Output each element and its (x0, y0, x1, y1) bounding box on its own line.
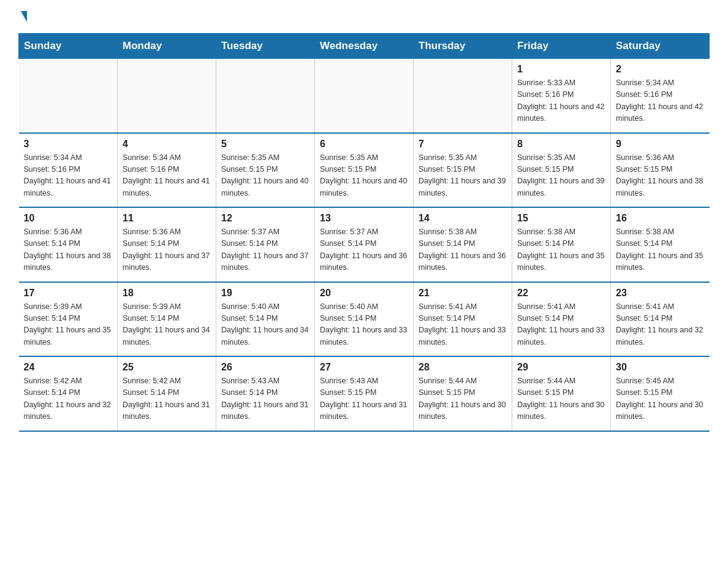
calendar-cell: 8Sunrise: 5:35 AMSunset: 5:15 PMDaylight… (512, 133, 611, 208)
calendar-cell: 4Sunrise: 5:34 AMSunset: 5:16 PMDaylight… (118, 133, 216, 208)
day-number: 11 (123, 213, 211, 224)
day-info: Sunrise: 5:35 AMSunset: 5:15 PMDaylight:… (221, 152, 309, 200)
calendar-week-row: 24Sunrise: 5:42 AMSunset: 5:14 PMDayligh… (19, 356, 710, 431)
calendar-cell: 10Sunrise: 5:36 AMSunset: 5:14 PMDayligh… (19, 207, 118, 282)
day-number: 6 (320, 139, 408, 150)
day-number: 9 (616, 139, 705, 150)
day-header-friday: Friday (512, 34, 611, 59)
calendar-cell: 15Sunrise: 5:38 AMSunset: 5:14 PMDayligh… (512, 207, 611, 282)
day-info: Sunrise: 5:38 AMSunset: 5:14 PMDaylight:… (517, 226, 605, 274)
day-number: 2 (616, 64, 705, 75)
day-info: Sunrise: 5:35 AMSunset: 5:15 PMDaylight:… (320, 152, 408, 200)
day-info: Sunrise: 5:39 AMSunset: 5:14 PMDaylight:… (24, 301, 113, 349)
calendar-week-row: 3Sunrise: 5:34 AMSunset: 5:16 PMDaylight… (19, 133, 710, 208)
day-info: Sunrise: 5:44 AMSunset: 5:15 PMDaylight:… (419, 375, 507, 423)
calendar-cell: 20Sunrise: 5:40 AMSunset: 5:14 PMDayligh… (315, 282, 414, 357)
day-info: Sunrise: 5:36 AMSunset: 5:15 PMDaylight:… (616, 152, 705, 200)
day-info: Sunrise: 5:39 AMSunset: 5:14 PMDaylight:… (123, 301, 211, 349)
day-info: Sunrise: 5:34 AMSunset: 5:16 PMDaylight:… (123, 152, 211, 200)
day-number: 21 (419, 288, 507, 299)
day-info: Sunrise: 5:37 AMSunset: 5:14 PMDaylight:… (320, 226, 408, 274)
calendar-cell: 29Sunrise: 5:44 AMSunset: 5:15 PMDayligh… (512, 356, 611, 431)
day-number: 23 (616, 288, 705, 299)
day-info: Sunrise: 5:38 AMSunset: 5:14 PMDaylight:… (616, 226, 705, 274)
calendar-cell: 1Sunrise: 5:33 AMSunset: 5:16 PMDaylight… (512, 59, 611, 133)
calendar-table: SundayMondayTuesdayWednesdayThursdayFrid… (18, 33, 710, 432)
calendar-cell: 7Sunrise: 5:35 AMSunset: 5:15 PMDaylight… (414, 133, 512, 208)
day-info: Sunrise: 5:40 AMSunset: 5:14 PMDaylight:… (320, 301, 408, 349)
calendar-cell: 24Sunrise: 5:42 AMSunset: 5:14 PMDayligh… (19, 356, 118, 431)
day-info: Sunrise: 5:43 AMSunset: 5:14 PMDaylight:… (221, 375, 309, 423)
logo-triangle-icon (21, 11, 27, 22)
day-number: 12 (221, 213, 309, 224)
calendar-cell: 28Sunrise: 5:44 AMSunset: 5:15 PMDayligh… (414, 356, 512, 431)
day-info: Sunrise: 5:41 AMSunset: 5:14 PMDaylight:… (419, 301, 507, 349)
day-info: Sunrise: 5:34 AMSunset: 5:16 PMDaylight:… (24, 152, 113, 200)
day-number: 26 (221, 362, 309, 373)
day-number: 22 (517, 288, 605, 299)
day-info: Sunrise: 5:36 AMSunset: 5:14 PMDaylight:… (24, 226, 113, 274)
day-number: 19 (221, 288, 309, 299)
calendar-cell (315, 59, 414, 133)
day-number: 30 (616, 362, 705, 373)
day-info: Sunrise: 5:42 AMSunset: 5:14 PMDaylight:… (24, 375, 113, 423)
calendar-cell: 3Sunrise: 5:34 AMSunset: 5:16 PMDaylight… (19, 133, 118, 208)
day-number: 14 (419, 213, 507, 224)
day-number: 7 (419, 139, 507, 150)
day-number: 17 (24, 288, 113, 299)
calendar-cell: 18Sunrise: 5:39 AMSunset: 5:14 PMDayligh… (118, 282, 216, 357)
day-header-monday: Monday (118, 34, 216, 59)
day-info: Sunrise: 5:41 AMSunset: 5:14 PMDaylight:… (517, 301, 605, 349)
page-header (18, 12, 710, 22)
calendar-cell: 23Sunrise: 5:41 AMSunset: 5:14 PMDayligh… (611, 282, 710, 357)
calendar-cell (118, 59, 216, 133)
day-number: 8 (517, 139, 605, 150)
day-info: Sunrise: 5:35 AMSunset: 5:15 PMDaylight:… (517, 152, 605, 200)
day-number: 20 (320, 288, 408, 299)
calendar-cell: 5Sunrise: 5:35 AMSunset: 5:15 PMDaylight… (216, 133, 315, 208)
calendar-cell: 19Sunrise: 5:40 AMSunset: 5:14 PMDayligh… (216, 282, 315, 357)
day-number: 27 (320, 362, 408, 373)
day-number: 24 (24, 362, 113, 373)
day-info: Sunrise: 5:37 AMSunset: 5:14 PMDaylight:… (221, 226, 309, 274)
calendar-cell: 11Sunrise: 5:36 AMSunset: 5:14 PMDayligh… (118, 207, 216, 282)
calendar-header-row: SundayMondayTuesdayWednesdayThursdayFrid… (19, 34, 710, 59)
day-number: 4 (123, 139, 211, 150)
day-number: 28 (419, 362, 507, 373)
day-header-sunday: Sunday (19, 34, 118, 59)
calendar-cell (414, 59, 512, 133)
day-number: 3 (24, 139, 113, 150)
calendar-cell: 22Sunrise: 5:41 AMSunset: 5:14 PMDayligh… (512, 282, 611, 357)
calendar-cell (216, 59, 315, 133)
day-number: 10 (24, 213, 113, 224)
day-info: Sunrise: 5:34 AMSunset: 5:16 PMDaylight:… (616, 77, 705, 125)
calendar-cell: 27Sunrise: 5:43 AMSunset: 5:15 PMDayligh… (315, 356, 414, 431)
day-info: Sunrise: 5:43 AMSunset: 5:15 PMDaylight:… (320, 375, 408, 423)
calendar-cell: 14Sunrise: 5:38 AMSunset: 5:14 PMDayligh… (414, 207, 512, 282)
day-info: Sunrise: 5:40 AMSunset: 5:14 PMDaylight:… (221, 301, 309, 349)
calendar-cell: 30Sunrise: 5:45 AMSunset: 5:15 PMDayligh… (611, 356, 710, 431)
day-info: Sunrise: 5:44 AMSunset: 5:15 PMDaylight:… (517, 375, 605, 423)
day-number: 1 (517, 64, 605, 75)
day-number: 29 (517, 362, 605, 373)
calendar-cell: 16Sunrise: 5:38 AMSunset: 5:14 PMDayligh… (611, 207, 710, 282)
day-number: 5 (221, 139, 309, 150)
calendar-cell: 26Sunrise: 5:43 AMSunset: 5:14 PMDayligh… (216, 356, 315, 431)
day-number: 25 (123, 362, 211, 373)
calendar-week-row: 1Sunrise: 5:33 AMSunset: 5:16 PMDaylight… (19, 59, 710, 133)
day-number: 13 (320, 213, 408, 224)
calendar-cell: 17Sunrise: 5:39 AMSunset: 5:14 PMDayligh… (19, 282, 118, 357)
calendar-cell: 12Sunrise: 5:37 AMSunset: 5:14 PMDayligh… (216, 207, 315, 282)
day-info: Sunrise: 5:35 AMSunset: 5:15 PMDaylight:… (419, 152, 507, 200)
day-info: Sunrise: 5:41 AMSunset: 5:14 PMDaylight:… (616, 301, 705, 349)
day-info: Sunrise: 5:38 AMSunset: 5:14 PMDaylight:… (419, 226, 507, 274)
calendar-week-row: 17Sunrise: 5:39 AMSunset: 5:14 PMDayligh… (19, 282, 710, 357)
day-header-saturday: Saturday (611, 34, 710, 59)
calendar-cell: 2Sunrise: 5:34 AMSunset: 5:16 PMDaylight… (611, 59, 710, 133)
calendar-cell: 9Sunrise: 5:36 AMSunset: 5:15 PMDaylight… (611, 133, 710, 208)
day-info: Sunrise: 5:36 AMSunset: 5:14 PMDaylight:… (123, 226, 211, 274)
day-number: 15 (517, 213, 605, 224)
calendar-cell: 13Sunrise: 5:37 AMSunset: 5:14 PMDayligh… (315, 207, 414, 282)
logo (18, 12, 27, 22)
day-info: Sunrise: 5:33 AMSunset: 5:16 PMDaylight:… (517, 77, 605, 125)
